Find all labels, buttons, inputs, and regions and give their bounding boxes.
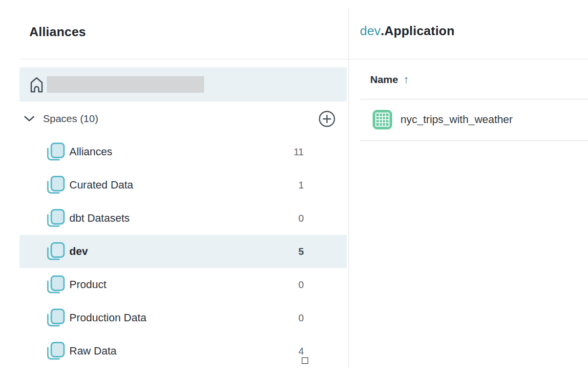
space-label: Product: [69, 278, 106, 291]
spaces-section-label: Spaces (10): [43, 113, 98, 125]
table-grid-icon: [372, 109, 393, 130]
chevron-down-icon[interactable]: [23, 115, 35, 122]
header-divider: [20, 59, 588, 60]
space-count: 4: [298, 346, 304, 357]
space-label: Raw Data: [69, 345, 117, 357]
redacted-workspace-name: [47, 76, 204, 93]
space-count: 0: [298, 313, 304, 324]
add-space-button[interactable]: [318, 110, 336, 128]
space-label: Production Data: [69, 312, 147, 324]
space-icon: [45, 175, 65, 196]
space-count: 5: [298, 246, 304, 257]
spaces-section-header: Spaces (10): [20, 109, 347, 128]
space-list: Alliances 11 Curated Data 1: [0, 135, 348, 368]
panel-divider: [348, 9, 349, 367]
sidebar-item-alliances[interactable]: Alliances 11: [20, 135, 347, 168]
space-icon: [45, 341, 65, 362]
column-header-name[interactable]: Name ↑: [370, 73, 409, 86]
space-label: Alliances: [69, 146, 112, 158]
space-count: 0: [298, 213, 304, 224]
home-icon: [28, 75, 45, 94]
breadcrumb-separator: .: [381, 23, 384, 38]
table-row-name: nyc_trips_with_weather: [400, 113, 513, 126]
breadcrumb-entity: Application: [384, 23, 455, 38]
breadcrumb: dev.Application: [360, 23, 455, 39]
space-label: dbt Datasets: [69, 212, 130, 225]
sidebar-item-production-data[interactable]: Production Data 0: [20, 301, 347, 334]
space-icon: [45, 274, 65, 295]
table-row-nyc-trips-with-weather[interactable]: nyc_trips_with_weather: [360, 99, 588, 140]
space-label: dev: [69, 245, 88, 258]
sidebar-item-dev[interactable]: dev 5: [20, 235, 347, 268]
sidebar-item-raw-data[interactable]: Raw Data 4: [20, 334, 347, 368]
sidebar-title: Alliances: [29, 24, 86, 40]
space-icon: [45, 142, 65, 163]
sidebar-item-product[interactable]: Product 0: [20, 268, 347, 301]
space-count: 0: [298, 279, 304, 291]
sort-ascending-icon: ↑: [403, 73, 409, 86]
space-label: Curated Data: [69, 179, 133, 191]
space-count: 1: [298, 180, 304, 191]
data-catalog-app: Alliances Spaces (10): [0, 0, 588, 376]
sidebar-item-home[interactable]: [20, 67, 347, 102]
table-row-divider: [360, 140, 588, 141]
sidebar-item-dbt-datasets[interactable]: dbt Datasets 0: [20, 202, 347, 235]
breadcrumb-space-link[interactable]: dev: [360, 23, 381, 38]
space-icon: [45, 241, 65, 262]
plus-circle-icon: [318, 110, 336, 128]
cursor-artifact-square: [302, 357, 308, 364]
space-count: 11: [294, 146, 304, 158]
space-icon: [45, 308, 65, 329]
column-header-label: Name: [370, 74, 398, 85]
space-icon: [45, 208, 65, 229]
sidebar-item-curated-data[interactable]: Curated Data 1: [20, 168, 347, 202]
